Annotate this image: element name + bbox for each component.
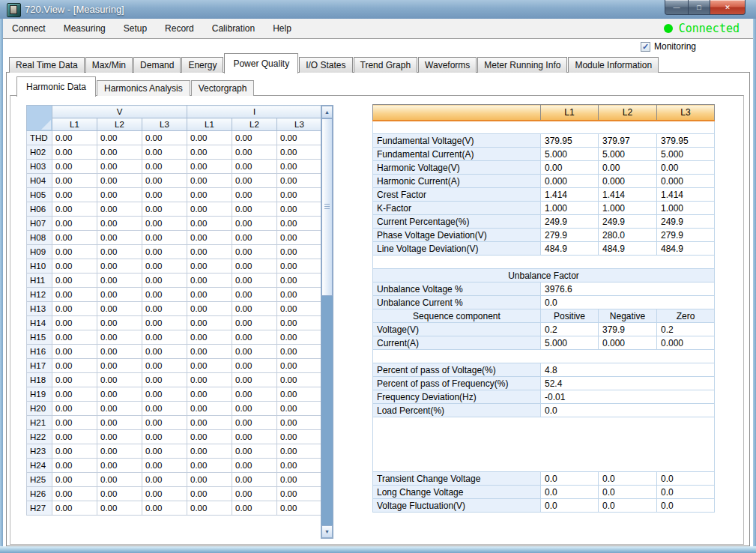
- quality-value-cell: 1.414: [541, 188, 599, 202]
- scrollbar-down-button[interactable]: ▼: [321, 525, 333, 538]
- column-header-l3-2: L3: [142, 118, 187, 131]
- quality-row-long-change-voltage: Long Change Voltage0.00.00.0: [373, 486, 715, 499]
- harmonic-value-cell: 0.00: [232, 444, 277, 459]
- tab-meter-running-info[interactable]: Meter Running Info: [477, 57, 567, 73]
- harmonic-value-cell: 0.00: [97, 430, 142, 444]
- subtab-harmonics-analysis[interactable]: Harmonics Analysis: [97, 80, 190, 96]
- subtab-vectorgraph[interactable]: Vectorgraph: [191, 80, 255, 96]
- harmonic-value-cell: 0.00: [52, 231, 97, 245]
- row-label: H12: [27, 288, 52, 302]
- harmonic-row-h10: H100.000.000.000.000.000.00: [27, 259, 322, 274]
- harmonic-value-cell: 0.00: [232, 345, 277, 359]
- harmonic-value-cell: 0.00: [97, 444, 142, 459]
- harmonic-value-cell: 0.00: [232, 174, 277, 188]
- harmonic-value-cell: 0.00: [187, 387, 232, 402]
- tab-energy[interactable]: Energy: [181, 57, 223, 73]
- harmonic-value-cell: 0.00: [187, 430, 232, 444]
- corner-triangle-icon: [41, 120, 51, 130]
- tab-power-quality[interactable]: Power Quality: [224, 53, 298, 73]
- menu-item-measuring[interactable]: Measuring: [55, 19, 115, 37]
- quality-row-load-percent: Load Percent(%)0.0: [373, 404, 715, 417]
- close-button[interactable]: ✕: [710, 0, 746, 15]
- harmonic-value-cell: 0.00: [232, 231, 277, 245]
- harmonic-value-cell: 0.00: [142, 202, 187, 217]
- harmonic-value-cell: 0.00: [232, 217, 277, 231]
- quality-value-cell: 1.000: [657, 202, 715, 215]
- down-arrow-icon: ▼: [324, 529, 330, 534]
- scrollbar-thumb[interactable]: [321, 118, 333, 296]
- harmonic-value-cell: 0.00: [97, 302, 142, 316]
- harmonic-value-cell: 0.00: [187, 302, 232, 316]
- harmonics-grid-wrap: VIL1L2L3L1L2L3THD0.000.000.000.000.000.0…: [26, 105, 322, 516]
- quality-value-cell: 0.0: [541, 499, 599, 513]
- quality-row-unbalance-current: Unbalance Current %0.0: [373, 296, 715, 309]
- menu-item-record[interactable]: Record: [156, 19, 203, 37]
- row-label: H11: [27, 274, 52, 288]
- harmonic-value-cell: 0.00: [142, 473, 187, 487]
- harmonic-value-cell: 0.00: [187, 487, 232, 501]
- harmonic-value-cell: 0.00: [187, 444, 232, 459]
- tab-i-o-states[interactable]: I/O States: [299, 57, 352, 73]
- harmonic-value-cell: 0.00: [277, 444, 322, 459]
- quality-row-current-a: Current(A)5.0000.0000.000: [373, 336, 715, 350]
- harmonic-value-cell: 0.00: [142, 274, 187, 288]
- harmonic-value-cell: 0.00: [142, 430, 187, 444]
- harmonic-value-cell: 0.00: [187, 359, 232, 373]
- harmonic-value-cell: 0.00: [142, 160, 187, 174]
- harmonic-row-h02: H020.000.000.000.000.000.00: [27, 145, 322, 160]
- column-header-l1-3: L1: [187, 118, 232, 131]
- menu-item-help[interactable]: Help: [264, 19, 300, 37]
- menu-bar: ConnectMeasuringSetupRecordCalibrationHe…: [3, 19, 753, 39]
- harmonic-value-cell: 0.00: [277, 188, 322, 202]
- quality-merged-value: 0.0: [541, 404, 715, 417]
- minimize-button[interactable]: —: [665, 0, 689, 15]
- quality-value-cell: 249.9: [657, 215, 715, 229]
- tab-max-min[interactable]: Max/Min: [85, 57, 133, 73]
- quality-merged-value: 52.4: [541, 377, 715, 390]
- tab-waveforms[interactable]: Waveforms: [418, 57, 477, 73]
- harmonic-value-cell: 0.00: [277, 387, 322, 402]
- harmonic-value-cell: 0.00: [232, 131, 277, 145]
- harmonic-row-h22: H220.000.000.000.000.000.00: [27, 430, 322, 444]
- harmonic-value-cell: 0.00: [187, 259, 232, 274]
- quality-row-frequency-deviation-hz: Frequency Deviation(Hz)-0.01: [373, 390, 715, 404]
- harmonic-value-cell: 0.00: [97, 345, 142, 359]
- harmonic-value-cell: 0.00: [187, 131, 232, 145]
- menu-item-calibration[interactable]: Calibration: [203, 19, 264, 37]
- subtab-harmonic-data[interactable]: Harmonic Data: [16, 76, 96, 97]
- harmonics-scrollbar[interactable]: ▲ ▼: [321, 105, 333, 539]
- tab-demand[interactable]: Demand: [133, 57, 181, 73]
- harmonic-value-cell: 0.00: [97, 316, 142, 330]
- harmonic-value-cell: 0.00: [97, 259, 142, 274]
- quality-value-cell: 484.9: [541, 242, 599, 256]
- tab-module-information[interactable]: Module Information: [568, 57, 659, 73]
- row-label: H26: [27, 487, 52, 501]
- quality-value-cell: 379.95: [541, 134, 599, 148]
- quality-header-row: L1L2L3: [373, 105, 715, 121]
- tab-real-time-data[interactable]: Real Time Data: [9, 57, 85, 73]
- harmonic-value-cell: 0.00: [52, 288, 97, 302]
- quality-row-label: Load Percent(%): [373, 404, 541, 417]
- quality-row-transient-change-voltage: Transient Change Voltage0.00.00.0: [373, 472, 715, 486]
- scrollbar-up-button[interactable]: ▲: [321, 106, 333, 118]
- harmonic-value-cell: 0.00: [232, 202, 277, 217]
- quality-row-label: Phase Voltage Deviation(V): [373, 229, 541, 242]
- quality-value-cell: 5.000: [599, 148, 657, 161]
- window-border-left: [0, 19, 3, 546]
- harmonic-row-h05: H050.000.000.000.000.000.00: [27, 188, 322, 202]
- quality-value-cell: 249.9: [599, 215, 657, 229]
- close-icon: ✕: [725, 4, 731, 11]
- harmonic-value-cell: 0.00: [52, 217, 97, 231]
- harmonic-value-cell: 0.00: [277, 459, 322, 473]
- monitoring-checkbox[interactable]: ✓: [641, 42, 650, 52]
- menu-item-connect[interactable]: Connect: [3, 19, 55, 37]
- quality-row-label: Frequency Deviation(Hz): [373, 390, 541, 404]
- harmonic-value-cell: 0.00: [142, 231, 187, 245]
- harmonic-value-cell: 0.00: [277, 274, 322, 288]
- maximize-button[interactable]: □: [689, 0, 710, 15]
- tab-trend-graph[interactable]: Trend Graph: [354, 57, 418, 73]
- harmonic-value-cell: 0.00: [277, 430, 322, 444]
- row-label: H14: [27, 316, 52, 330]
- menu-item-setup[interactable]: Setup: [115, 19, 156, 37]
- quality-row-gap: [373, 121, 715, 134]
